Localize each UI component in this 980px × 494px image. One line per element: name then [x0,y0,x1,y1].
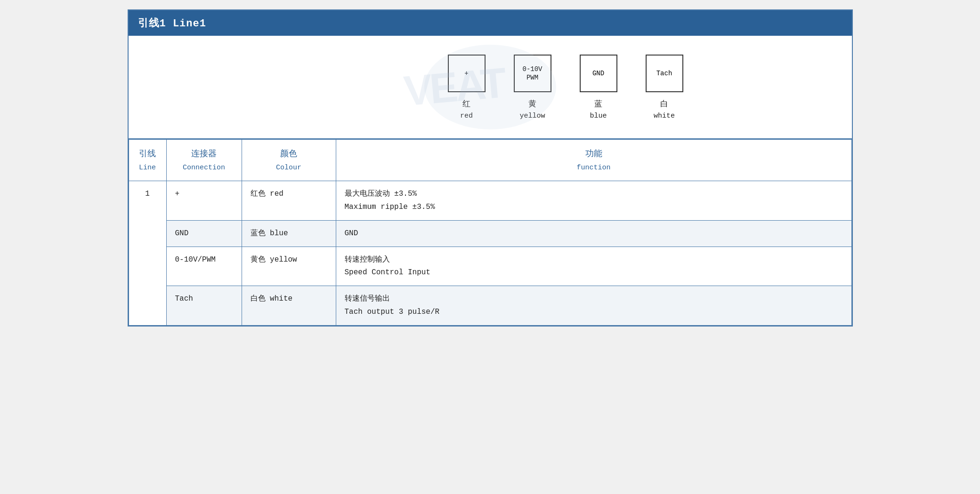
table-title: 引线1 Line1 [129,10,852,36]
function-tach: 转速信号输出Tach output 3 pulse/R [336,286,851,325]
header-connection-chinese: 连接器 [175,146,233,161]
header-connection-english: Connection [175,161,233,174]
connector-pwm: 0-10VPWM 黄 yellow [514,55,551,122]
header-connection: 连接器 Connection [166,140,242,181]
connection-tach: Tach [166,286,242,325]
connector-english-tach: white [654,111,675,122]
table-row-4: Tach 白色 white 转速信号输出Tach output 3 pulse/… [129,286,851,325]
table-header-row: 引线 Line 连接器 Connection 颜色 Colour 功能 func… [129,140,851,181]
connection-plus: + [166,181,242,220]
diagram-wrapper: + 红 red 0-10VPWM 黄 yellow GND 蓝 blue [448,55,683,122]
table-row-3: 0-10V/PWM 黄色 yellow 转速控制输入Speed Control … [129,247,851,286]
function-ripple: 最大电压波动 ±3.5%Maximum ripple ±3.5% [336,181,851,220]
line-number-1: 1 [129,181,166,325]
connector-chinese-plus: 红 [462,98,470,111]
connection-gnd: GND [166,220,242,247]
header-colour-english: Colour [251,161,327,174]
connector-box-gnd: GND [580,55,617,92]
connector-gnd: GND 蓝 blue [580,55,617,122]
header-line-english: Line [138,161,158,174]
diagram-section: VEAT + 红 red 0-10VPWM 黄 yellow GND [129,36,852,139]
function-gnd: GND [336,220,851,247]
header-line-chinese: 引线 [138,146,158,161]
connector-chinese-tach: 白 [660,98,668,111]
colour-red: 红色 red [242,181,336,220]
function-speed: 转速控制输入Speed Control Input [336,247,851,286]
header-colour-chinese: 颜色 [251,146,327,161]
connector-chinese-pwm: 黄 [528,98,536,111]
header-function-english: function [345,161,843,174]
colour-white: 白色 white [242,286,336,325]
header-line: 引线 Line [129,140,166,181]
connector-english-pwm: yellow [519,111,545,122]
connector-label-plus: 红 red [460,98,473,122]
header-function-chinese: 功能 [345,146,843,161]
main-table: 引线 Line 连接器 Connection 颜色 Colour 功能 func… [129,139,852,326]
connector-english-plus: red [460,111,473,122]
connection-pwm: 0-10V/PWM [166,247,242,286]
connector-plus: + 红 red [448,55,486,122]
connector-box-tach: Tach [646,55,683,92]
colour-yellow: 黄色 yellow [242,247,336,286]
connector-label-gnd: 蓝 blue [590,98,607,122]
connector-box-pwm: 0-10VPWM [514,55,551,92]
table-row-1: 1 + 红色 red 最大电压波动 ±3.5%Maximum ripple ±3… [129,181,851,220]
table-row-2: GND 蓝色 blue GND [129,220,851,247]
connector-box-plus: + [448,55,486,92]
header-colour: 颜色 Colour [242,140,336,181]
colour-blue: 蓝色 blue [242,220,336,247]
connector-label-tach: 白 white [654,98,675,122]
main-container: 引线1 Line1 VEAT + 红 red 0-10VPWM 黄 yellow [128,9,853,327]
connector-english-gnd: blue [590,111,607,122]
connector-label-pwm: 黄 yellow [519,98,545,122]
connector-tach: Tach 白 white [646,55,683,122]
connector-chinese-gnd: 蓝 [594,98,602,111]
header-function: 功能 function [336,140,851,181]
